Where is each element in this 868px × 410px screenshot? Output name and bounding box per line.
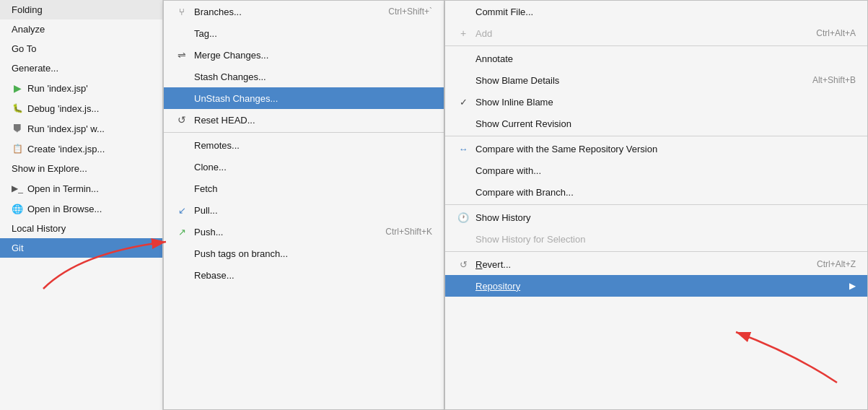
revert-label: Revert... — [475, 259, 811, 270]
run-label: Run 'index.jsp' — [27, 83, 88, 94]
submenu1-item-branches[interactable]: ⑂ Branches... Ctrl+Shift+` — [164, 1, 444, 22]
revert-shortcut: Ctrl+Alt+Z — [817, 259, 856, 269]
unstash-icon-empty — [175, 92, 188, 105]
branches-shortcut: Ctrl+Shift+` — [388, 6, 432, 17]
sidebar-item-analyze[interactable]: Analyze — [0, 19, 162, 39]
run-icon: ▶ — [12, 82, 23, 94]
push-tags-icon-empty — [175, 247, 188, 260]
run-coverage-icon: ⛊ — [12, 123, 23, 134]
browser-label: Open in Browse... — [27, 204, 102, 214]
clone-label: Clone... — [194, 162, 432, 173]
sidebar-item-terminal[interactable]: ▶_ Open in Termin... — [0, 178, 162, 199]
submenu2-item-compare-branch[interactable]: Compare with Branch... — [445, 181, 867, 203]
sidebar-item-folding[interactable]: Folding — [0, 0, 162, 19]
submenu1-item-pull[interactable]: ↙ Pull... — [164, 199, 444, 221]
add-icon: + — [457, 27, 470, 40]
rebase-icon-empty — [175, 269, 188, 282]
history-label: Show History — [475, 212, 856, 223]
submenu1-item-remotes[interactable]: Remotes... — [164, 134, 444, 156]
submenu2-item-add[interactable]: + Add Ctrl+Alt+A — [445, 22, 867, 44]
submenu2-item-commit[interactable]: Commit File... — [445, 1, 867, 22]
sidebar-item-local-history[interactable]: Local History — [0, 219, 162, 238]
sidebar-item-explorer[interactable]: Show in Explore... — [0, 159, 162, 178]
debug-icon: 🐛 — [12, 102, 23, 114]
submenu1-item-push[interactable]: ↗ Push... Ctrl+Shift+K — [164, 221, 444, 243]
blame-details-icon-empty — [457, 74, 470, 87]
repository-label: Repository — [475, 281, 843, 292]
remotes-icon-empty — [175, 139, 188, 152]
submenu2-item-blame-details[interactable]: Show Blame Details Alt+Shift+B — [445, 69, 867, 91]
check-icon: ✓ — [457, 95, 470, 108]
clone-icon-empty — [175, 160, 188, 173]
submenu2-item-compare-with[interactable]: Compare with... — [445, 160, 867, 181]
submenu2-item-inline-blame[interactable]: ✓ Show Inline Blame — [445, 91, 867, 113]
repository-icon-empty — [457, 279, 470, 292]
submenu1-item-stash[interactable]: Stash Changes... — [164, 66, 444, 87]
explorer-label: Show in Explore... — [12, 163, 87, 174]
submenu1-item-push-tags[interactable]: Push tags on branch... — [164, 243, 444, 264]
tag-label: Tag... — [194, 28, 432, 39]
push-tags-label: Push tags on branch... — [194, 248, 432, 259]
separator1 — [164, 132, 444, 133]
git-submenu: ⑂ Branches... Ctrl+Shift+` Tag... ⇌ Merg… — [163, 0, 444, 410]
submenu1-item-merge[interactable]: ⇌ Merge Changes... — [164, 44, 444, 66]
submenu2-item-current-revision[interactable]: Show Current Revision — [445, 113, 867, 134]
submenu1-item-tag[interactable]: Tag... — [164, 22, 444, 44]
compare-with-label: Compare with... — [475, 165, 856, 176]
submenu2-item-annotate[interactable]: Annotate — [445, 48, 867, 69]
annotate-icon-empty — [457, 52, 470, 65]
tag-icon-empty — [175, 27, 188, 40]
submenu2-item-compare-repo[interactable]: ↔ Compare with the Same Repository Versi… — [445, 138, 867, 160]
push-shortcut: Ctrl+Shift+K — [385, 227, 432, 237]
separator-s2-3 — [445, 204, 867, 205]
stash-icon-empty — [175, 70, 188, 83]
history-selection-icon-empty — [457, 232, 470, 245]
branches-icon: ⑂ — [175, 5, 188, 18]
sidebar-item-git[interactable]: Git — [0, 238, 162, 258]
compare-branch-label: Compare with Branch... — [475, 187, 856, 198]
revert-icon: ↺ — [457, 258, 470, 271]
sidebar-item-run-coverage[interactable]: ⛊ Run 'index.jsp' w... — [0, 118, 162, 139]
terminal-icon: ▶_ — [12, 183, 23, 194]
separator-s2-2 — [445, 136, 867, 136]
repository-submenu: Commit File... + Add Ctrl+Alt+A Annotate… — [444, 0, 868, 410]
revert-underline: R — [475, 259, 482, 270]
annotate-label: Annotate — [475, 53, 856, 64]
browser-icon: 🌐 — [12, 203, 23, 214]
submenu1-item-unstash[interactable]: UnStash Changes... — [164, 87, 444, 109]
submenu2-item-history-selection[interactable]: Show History for Selection — [445, 228, 867, 250]
submenu2-item-history[interactable]: 🕐 Show History — [445, 206, 867, 228]
sidebar-item-goto[interactable]: Go To — [0, 39, 162, 58]
separator-s2-1 — [445, 45, 867, 46]
submenu1-item-fetch[interactable]: Fetch — [164, 178, 444, 199]
fetch-icon-empty — [175, 182, 188, 195]
compare-branch-icon-empty — [457, 186, 470, 199]
blame-details-label: Show Blame Details — [475, 75, 807, 86]
blame-details-shortcut: Alt+Shift+B — [812, 75, 856, 85]
submenu1-item-reset[interactable]: ↺ Reset HEAD... — [164, 109, 444, 131]
submenu2-item-revert[interactable]: ↺ Revert... Ctrl+Alt+Z — [445, 253, 867, 275]
goto-label: Go To — [12, 43, 36, 54]
rebase-label: Rebase... — [194, 270, 432, 281]
run-coverage-label: Run 'index.jsp' w... — [27, 123, 105, 134]
submenu1-item-clone[interactable]: Clone... — [164, 156, 444, 178]
sidebar-item-browser[interactable]: 🌐 Open in Browse... — [0, 199, 162, 219]
submenu2-item-repository[interactable]: Repository ▶ — [445, 275, 867, 297]
sidebar-item-debug[interactable]: 🐛 Debug 'index.js... — [0, 98, 162, 118]
sidebar-item-create[interactable]: 📋 Create 'index.jsp... — [0, 139, 162, 159]
history-icon: 🕐 — [457, 211, 470, 224]
submenu1-item-rebase[interactable]: Rebase... — [164, 264, 444, 286]
compare-repo-label: Compare with the Same Repository Version — [475, 144, 856, 154]
merge-icon: ⇌ — [175, 48, 188, 61]
compare-repo-icon: ↔ — [457, 142, 470, 155]
current-revision-icon-empty — [457, 117, 470, 130]
generate-label: Generate... — [12, 63, 58, 74]
create-icon: 📋 — [12, 143, 23, 154]
compare-with-icon-empty — [457, 164, 470, 177]
inline-blame-label: Show Inline Blame — [475, 97, 856, 108]
terminal-label: Open in Termin... — [27, 183, 99, 194]
sidebar-item-generate[interactable]: Generate... — [0, 58, 162, 78]
sidebar-item-run[interactable]: ▶ Run 'index.jsp' — [0, 78, 162, 98]
merge-label: Merge Changes... — [194, 50, 432, 61]
fetch-label: Fetch — [194, 183, 432, 194]
